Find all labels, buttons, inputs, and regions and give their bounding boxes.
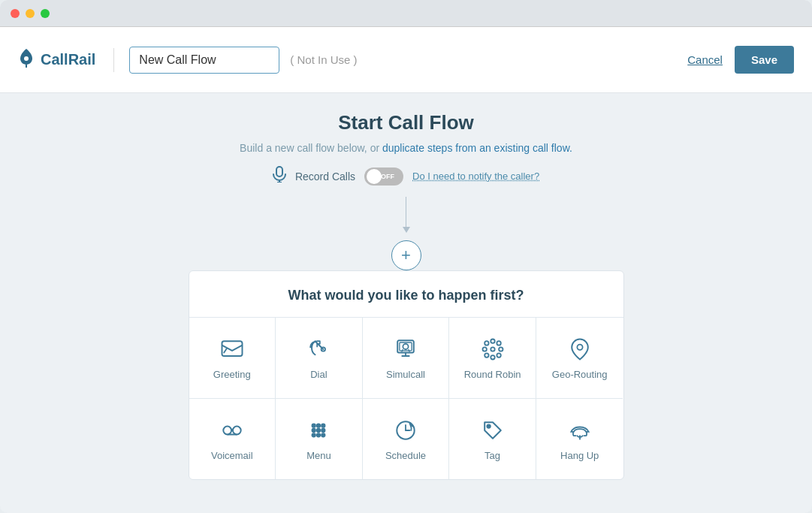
record-calls-toggle[interactable]: OFF xyxy=(364,167,403,186)
geo-routing-icon xyxy=(566,336,593,363)
option-geo-routing[interactable]: Geo-Routing xyxy=(536,318,623,399)
fullscreen-button[interactable] xyxy=(41,9,50,18)
greeting-label: Greeting xyxy=(213,369,251,380)
tag-icon xyxy=(479,417,506,444)
microphone-icon xyxy=(273,166,286,186)
option-dial[interactable]: Dial xyxy=(276,318,363,399)
svg-point-18 xyxy=(482,347,486,351)
voicemail-icon xyxy=(219,417,246,444)
svg-line-14 xyxy=(409,349,410,352)
svg-point-33 xyxy=(321,429,325,433)
options-grid: Greeting Dial xyxy=(189,318,623,479)
svg-point-25 xyxy=(223,427,231,435)
record-calls-row: Record Calls OFF Do I need to notify the… xyxy=(273,166,539,186)
tag-label: Tag xyxy=(484,450,500,461)
option-simulcall[interactable]: Simulcall xyxy=(363,318,450,399)
connector-arrow xyxy=(403,197,410,233)
voicemail-label: Voicemail xyxy=(211,450,253,461)
option-schedule[interactable]: Schedule xyxy=(363,399,450,479)
svg-point-16 xyxy=(491,339,494,343)
cancel-button[interactable]: Cancel xyxy=(687,53,723,66)
option-tag[interactable]: Tag xyxy=(449,399,536,479)
svg-point-20 xyxy=(484,341,488,345)
status-badge: ( Not In Use ) xyxy=(290,53,357,66)
arrow-line xyxy=(406,197,407,227)
toggle-off-text: OFF xyxy=(381,173,394,180)
svg-line-6 xyxy=(224,349,227,352)
svg-rect-5 xyxy=(222,341,242,356)
svg-point-23 xyxy=(484,353,488,357)
window-chrome xyxy=(0,0,812,27)
subtitle: Build a new call flow below, or duplicat… xyxy=(240,142,572,154)
svg-rect-1 xyxy=(26,65,27,68)
header: CallRail ( Not In Use ) Cancel Save xyxy=(0,27,812,93)
svg-point-12 xyxy=(403,344,408,349)
svg-line-13 xyxy=(402,349,403,352)
add-step-button[interactable]: + xyxy=(391,240,421,270)
traffic-lights xyxy=(11,9,50,18)
svg-point-38 xyxy=(487,424,491,428)
close-button[interactable] xyxy=(11,9,20,18)
simulcall-icon xyxy=(392,336,419,363)
save-button[interactable]: Save xyxy=(735,46,794,74)
hang-up-icon xyxy=(566,417,593,444)
svg-point-17 xyxy=(491,355,494,359)
header-actions: Cancel Save xyxy=(687,46,794,74)
svg-point-34 xyxy=(312,433,316,437)
hang-up-label: Hang Up xyxy=(560,450,599,461)
duplicate-link[interactable]: duplicate steps from an existing call fl… xyxy=(382,142,572,154)
schedule-label: Schedule xyxy=(385,450,426,461)
option-menu[interactable]: Menu xyxy=(276,399,363,479)
option-greeting[interactable]: Greeting xyxy=(189,318,276,399)
round-robin-label: Round Robin xyxy=(464,369,521,380)
menu-icon xyxy=(305,417,332,444)
page-title: Start Call Flow xyxy=(338,111,474,134)
svg-point-28 xyxy=(312,424,316,427)
options-panel: What would you like to happen first? Gre… xyxy=(189,270,624,480)
logo-text: CallRail xyxy=(41,51,95,68)
option-round-robin[interactable]: Round Robin xyxy=(449,318,536,399)
greeting-icon xyxy=(219,336,246,363)
svg-point-30 xyxy=(321,424,325,427)
svg-point-35 xyxy=(317,433,321,437)
svg-rect-2 xyxy=(276,167,282,177)
record-calls-label: Record Calls xyxy=(295,170,355,183)
svg-point-26 xyxy=(233,427,241,435)
svg-point-29 xyxy=(317,424,321,427)
simulcall-label: Simulcall xyxy=(386,369,425,380)
subtitle-static: Build a new call flow below, or xyxy=(240,142,382,154)
round-robin-icon xyxy=(479,336,506,363)
logo-area: CallRail xyxy=(18,48,114,72)
svg-point-36 xyxy=(321,433,325,437)
svg-point-0 xyxy=(24,56,29,61)
panel-title: What would you like to happen first? xyxy=(189,271,623,318)
svg-point-31 xyxy=(312,429,316,433)
menu-label: Menu xyxy=(306,450,331,461)
svg-point-32 xyxy=(317,429,321,433)
svg-point-24 xyxy=(577,345,582,350)
arrow-head xyxy=(403,227,410,233)
svg-point-21 xyxy=(497,353,500,357)
dial-label: Dial xyxy=(310,369,327,380)
option-hang-up[interactable]: Hang Up xyxy=(536,399,623,479)
toggle-knob xyxy=(367,169,382,184)
schedule-icon xyxy=(392,417,419,444)
svg-point-22 xyxy=(497,341,500,345)
svg-point-19 xyxy=(499,347,503,351)
main-content: Start Call Flow Build a new call flow be… xyxy=(0,93,812,513)
notify-caller-link[interactable]: Do I need to notify the caller? xyxy=(412,170,539,182)
option-voicemail[interactable]: Voicemail xyxy=(189,399,276,479)
callrail-logo-icon xyxy=(18,48,35,72)
svg-point-15 xyxy=(491,347,494,351)
call-flow-name-input[interactable] xyxy=(129,47,279,74)
minimize-button[interactable] xyxy=(26,9,35,18)
geo-routing-label: Geo-Routing xyxy=(552,369,608,380)
dial-icon xyxy=(305,336,332,363)
